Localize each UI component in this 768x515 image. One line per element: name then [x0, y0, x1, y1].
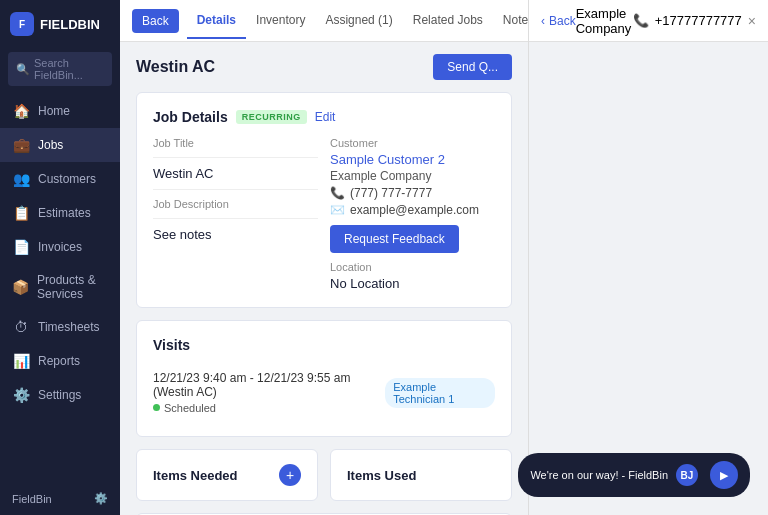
search-bar[interactable]: 🔍 Search FieldBin...	[8, 52, 112, 86]
visit-info: 12/21/23 9:40 am - 12/21/23 9:55 am (Wes…	[153, 371, 385, 414]
recurring-badge: RECURRING	[236, 110, 307, 124]
customer-company: Example Company	[330, 169, 495, 183]
items-needed-title: Items Needed	[153, 468, 238, 483]
sidebar-item-jobs[interactable]: 💼 Jobs	[0, 128, 120, 162]
visits-card: Visits 12/21/23 9:40 am - 12/21/23 9:55 …	[136, 320, 512, 437]
chat-avatar: BJ	[676, 464, 698, 486]
sidebar-item-label: Home	[38, 104, 70, 118]
sidebar-item-timesheets[interactable]: ⏱ Timesheets	[0, 310, 120, 344]
sidebar-item-products[interactable]: 📦 Products & Services	[0, 264, 120, 310]
right-panel-company: Example Company	[576, 6, 633, 36]
items-row: Items Needed + Items Used	[136, 449, 512, 501]
items-used-title: Items Used	[347, 468, 416, 483]
home-icon: 🏠	[12, 103, 30, 119]
sidebar: F FIELDBIN 🔍 Search FieldBin... 🏠 Home 💼…	[0, 0, 120, 515]
page-content: Westin AC Send Q... Job Details RECURRIN…	[120, 42, 528, 515]
sidebar-item-label: Reports	[38, 354, 80, 368]
main-area: Back Details Inventory Assigned (1) Rela…	[120, 0, 528, 515]
sidebar-bottom-label: FieldBin	[12, 493, 52, 505]
customer-email-row: ✉️ example@example.com	[330, 203, 495, 217]
sidebar-item-reports[interactable]: 📊 Reports	[0, 344, 120, 378]
sidebar-item-label: Settings	[38, 388, 81, 402]
job-description-label: Job Description	[153, 198, 318, 210]
customer-email: example@example.com	[350, 203, 479, 217]
back-button[interactable]: Back	[132, 9, 179, 33]
right-panel-phone-close: 📞 +17777777777 ×	[633, 13, 756, 29]
tab-inventory[interactable]: Inventory	[246, 3, 315, 39]
customer-name[interactable]: Sample Customer 2	[330, 152, 495, 167]
sidebar-item-label: Invoices	[38, 240, 82, 254]
customer-label: Customer	[330, 137, 495, 149]
sidebar-item-estimates[interactable]: 📋 Estimates	[0, 196, 120, 230]
chat-send-button[interactable]: ▶	[710, 461, 738, 489]
sidebar-item-label: Products & Services	[37, 273, 108, 301]
jobs-icon: 💼	[12, 137, 30, 153]
visits-title: Visits	[153, 337, 495, 353]
items-needed-card: Items Needed +	[136, 449, 318, 501]
right-panel-center: Example Company	[576, 6, 633, 36]
sidebar-item-label: Timesheets	[38, 320, 100, 334]
products-icon: 📦	[12, 279, 29, 295]
tab-assigned[interactable]: Assigned (1)	[315, 3, 402, 39]
chat-bubble[interactable]: We're on our way! - FieldBin BJ ▶	[518, 453, 750, 497]
items-used-card: Items Used	[330, 449, 512, 501]
right-panel-phone: +17777777777	[655, 13, 742, 28]
job-details-title: Job Details RECURRING Edit	[153, 109, 495, 125]
reports-icon: 📊	[12, 353, 30, 369]
page-title-row: Westin AC Send Q...	[136, 54, 512, 80]
tab-details[interactable]: Details	[187, 3, 246, 39]
right-panel-back-button[interactable]: ‹ Back	[541, 14, 576, 28]
edit-link[interactable]: Edit	[315, 110, 336, 124]
sidebar-item-settings[interactable]: ⚙️ Settings	[0, 378, 120, 412]
visit-row: 12/21/23 9:40 am - 12/21/23 9:55 am (Wes…	[153, 365, 495, 420]
send-button[interactable]: Send Q...	[433, 54, 512, 80]
visit-status: Scheduled	[153, 402, 216, 414]
request-feedback-button[interactable]: Request Feedback	[330, 225, 459, 253]
right-panel-body	[529, 42, 768, 515]
add-item-needed-button[interactable]: +	[279, 464, 301, 486]
right-panel-header: ‹ Back Example Company 📞 +17777777777 ×	[529, 0, 768, 42]
page-title: Westin AC	[136, 58, 215, 76]
sidebar-item-label: Jobs	[38, 138, 63, 152]
job-details-label: Job Details	[153, 109, 228, 125]
chevron-left-icon: ‹	[541, 14, 545, 28]
phone-icon-right: 📞	[633, 13, 649, 28]
customers-icon: 👥	[12, 171, 30, 187]
job-title-section: Job Title Westin AC Job Description See …	[153, 137, 318, 291]
right-panel: ‹ Back Example Company 📞 +17777777777 ×	[528, 0, 768, 515]
location-label: Location	[330, 261, 495, 273]
sidebar-bottom: FieldBin ⚙️	[0, 482, 120, 515]
email-icon: ✉️	[330, 203, 345, 217]
sidebar-settings-icon[interactable]: ⚙️	[94, 492, 108, 505]
job-title-value: Westin AC	[153, 166, 318, 181]
chat-label: We're on our way! - FieldBin	[530, 469, 668, 481]
sidebar-item-label: Customers	[38, 172, 96, 186]
settings-icon: ⚙️	[12, 387, 30, 403]
customer-section: Customer Sample Customer 2 Example Compa…	[330, 137, 495, 291]
customer-phone-row: 📞 (777) 777-7777	[330, 186, 495, 200]
sidebar-item-customers[interactable]: 👥 Customers	[0, 162, 120, 196]
send-icon: ▶	[720, 469, 728, 482]
search-placeholder: Search FieldBin...	[34, 57, 104, 81]
job-description-value: See notes	[153, 227, 318, 242]
top-nav: Back Details Inventory Assigned (1) Rela…	[120, 0, 528, 42]
sidebar-item-label: Estimates	[38, 206, 91, 220]
visit-time: 12/21/23 9:40 am - 12/21/23 9:55 am (Wes…	[153, 371, 385, 399]
phone-icon: 📞	[330, 186, 345, 200]
estimates-icon: 📋	[12, 205, 30, 221]
logo-icon: F	[10, 12, 34, 36]
invoices-icon: 📄	[12, 239, 30, 255]
right-panel-close-button[interactable]: ×	[748, 13, 756, 29]
back-label: Back	[549, 14, 576, 28]
customer-phone: (777) 777-7777	[350, 186, 432, 200]
tab-related-jobs[interactable]: Related Jobs	[403, 3, 493, 39]
timesheets-icon: ⏱	[12, 319, 30, 335]
location-value: No Location	[330, 276, 495, 291]
sidebar-item-invoices[interactable]: 📄 Invoices	[0, 230, 120, 264]
technician-badge: Example Technician 1	[385, 378, 495, 408]
visit-status-label: Scheduled	[164, 402, 216, 414]
search-icon: 🔍	[16, 63, 30, 76]
status-dot	[153, 404, 160, 411]
tab-notes[interactable]: Notes (1)	[493, 3, 528, 39]
sidebar-item-home[interactable]: 🏠 Home	[0, 94, 120, 128]
